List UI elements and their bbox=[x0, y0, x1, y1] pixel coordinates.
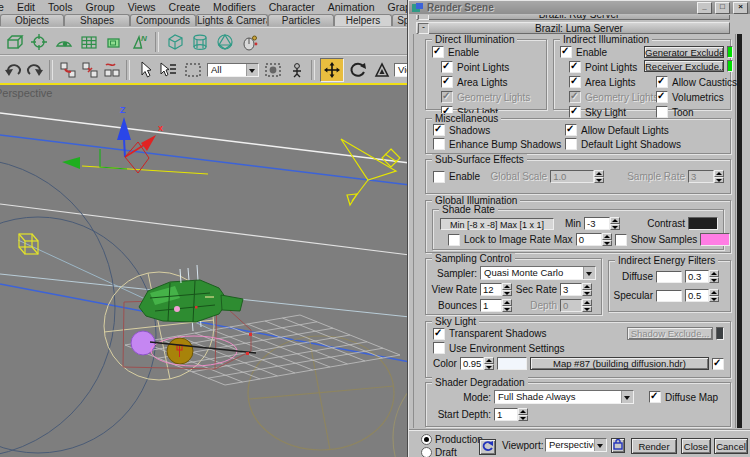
collapse-icon[interactable]: - bbox=[418, 15, 429, 20]
min-spinner[interactable]: -3 bbox=[584, 217, 620, 230]
checkbox-show-samples[interactable]: Show Samples bbox=[615, 234, 698, 246]
close-button[interactable]: Close bbox=[681, 438, 711, 454]
menu-item-edit[interactable]: Edit bbox=[17, 1, 35, 13]
viewport-dropdown[interactable]: Perspective bbox=[545, 438, 607, 452]
checkbox-allow-default-lights[interactable]: Allow Default Lights bbox=[565, 124, 730, 136]
receiver-exclude-button[interactable]: Receiver Exclude... bbox=[644, 60, 724, 72]
ochre-sphere[interactable] bbox=[167, 338, 193, 364]
chevron-down-icon[interactable] bbox=[594, 439, 606, 451]
spin-down-icon[interactable] bbox=[518, 415, 528, 422]
checkbox-allow-caustics[interactable]: Allow Caustics bbox=[656, 76, 737, 88]
geosphere-primitive-icon[interactable] bbox=[214, 31, 236, 53]
viewport-label[interactable]: Perspective bbox=[0, 87, 52, 99]
dialog-title-bar[interactable]: Render Scene _ □ × bbox=[409, 1, 750, 14]
spin-down-icon[interactable] bbox=[502, 306, 512, 313]
spin-down-icon[interactable] bbox=[709, 296, 719, 303]
checkbox-use-environment-settings[interactable]: Use Environment Settings bbox=[433, 342, 565, 354]
close-icon[interactable]: × bbox=[733, 2, 748, 14]
tab-particles[interactable]: Particles bbox=[268, 14, 334, 26]
tab-objects[interactable]: Objects bbox=[0, 14, 64, 26]
radio-production[interactable]: Production bbox=[421, 434, 483, 445]
cylinder-primitive-icon[interactable] bbox=[189, 31, 211, 53]
selection-filter-dropdown[interactable]: All bbox=[207, 63, 259, 77]
diffuse-filter-swatch[interactable] bbox=[656, 271, 682, 283]
collapse-icon[interactable]: - bbox=[418, 23, 429, 34]
sampler-dropdown[interactable]: Quasi Monte Carlo bbox=[480, 266, 596, 280]
checkbox-direct-enable[interactable]: Enable bbox=[432, 46, 479, 58]
checkbox-direct-area-lights[interactable]: Area Lights bbox=[441, 76, 508, 88]
checkbox-lock-to-image-rate[interactable]: Lock to Image Rate bbox=[440, 234, 551, 246]
checkbox-diffuse-map[interactable]: Diffuse Map bbox=[649, 391, 718, 403]
sec-rate-spinner[interactable]: 3 bbox=[560, 283, 592, 296]
tape-measure-icon[interactable]: N bbox=[128, 31, 150, 53]
specular-spinner[interactable]: 0.5 bbox=[685, 289, 719, 302]
receiver-exclude-swatch[interactable] bbox=[727, 60, 733, 72]
specular-filter-swatch[interactable] bbox=[656, 290, 682, 302]
menu-item-file[interactable]: File bbox=[0, 1, 4, 13]
contrast-swatch[interactable] bbox=[688, 217, 718, 230]
undo-icon[interactable] bbox=[3, 59, 22, 81]
select-by-name-icon[interactable] bbox=[157, 59, 179, 81]
checkbox-indirect-point-lights[interactable]: Point Lights bbox=[569, 61, 637, 73]
render-button[interactable]: Render bbox=[631, 438, 677, 454]
max-spinner[interactable]: 0 bbox=[576, 233, 612, 246]
chevron-down-icon[interactable] bbox=[621, 391, 633, 403]
point-helper-icon[interactable] bbox=[28, 31, 50, 53]
select-and-rotate-button[interactable] bbox=[347, 59, 369, 81]
spin-down-icon[interactable] bbox=[602, 240, 612, 247]
chevron-down-icon[interactable] bbox=[246, 64, 258, 76]
rollout-header-luma-server[interactable]: - Brazil: Luma Server bbox=[416, 22, 730, 34]
window-crossing-icon[interactable] bbox=[262, 59, 284, 81]
tab-helpers[interactable]: Helpers bbox=[334, 14, 392, 26]
checkbox-shadows[interactable]: Shadows bbox=[433, 124, 565, 136]
menu-item-modifiers[interactable]: Modifiers bbox=[213, 1, 256, 13]
diffuse-spinner[interactable]: 0.3 bbox=[685, 270, 719, 283]
view-rate-spinner[interactable]: 12 bbox=[480, 283, 512, 296]
preset-refresh-button[interactable] bbox=[479, 439, 496, 455]
checkbox-enhance-bump-shadows[interactable]: Enhance Bump Shadows bbox=[433, 138, 565, 150]
viewport-canvas[interactable]: Z x bbox=[0, 83, 410, 457]
rollout-scrollbar[interactable] bbox=[737, 34, 742, 428]
checkbox-toon[interactable]: Toon bbox=[656, 106, 694, 118]
chevron-down-icon[interactable] bbox=[583, 267, 595, 279]
generator-exclude-swatch[interactable] bbox=[727, 46, 733, 58]
checkbox-indirect-enable[interactable]: Enable bbox=[560, 46, 607, 58]
select-and-scale-button[interactable] bbox=[372, 59, 391, 81]
spin-down-icon[interactable] bbox=[484, 364, 494, 371]
menu-item-group[interactable]: Group bbox=[86, 1, 115, 13]
checkbox-direct-point-lights[interactable]: Point Lights bbox=[441, 61, 509, 73]
menu-item-tools[interactable]: Tools bbox=[48, 1, 73, 13]
checkbox-subsurface-enable[interactable]: Enable bbox=[433, 171, 487, 183]
tab-shapes[interactable]: Shapes bbox=[64, 14, 130, 26]
grid-helper-icon[interactable] bbox=[78, 31, 100, 53]
checkbox-sky-map-enabled[interactable] bbox=[712, 358, 724, 370]
checkbox-indirect-area-lights[interactable]: Area Lights bbox=[569, 76, 636, 88]
menu-item-views[interactable]: Views bbox=[128, 1, 156, 13]
checkbox-indirect-sky-light[interactable]: Sky Light bbox=[569, 106, 626, 118]
viewport-lock-button[interactable] bbox=[611, 438, 625, 453]
tab-compounds[interactable]: Compounds bbox=[130, 14, 196, 26]
degradation-mode-dropdown[interactable]: Full Shade Always bbox=[494, 390, 634, 404]
sky-map-button[interactable]: Map #87 (building diffusion.hdr) bbox=[530, 357, 709, 370]
maximize-icon[interactable]: □ bbox=[715, 2, 730, 14]
select-and-move-button[interactable] bbox=[320, 58, 344, 82]
manipulate-icon[interactable] bbox=[287, 59, 306, 81]
dummy-helper-icon[interactable] bbox=[3, 31, 25, 53]
cube-primitive-icon[interactable] bbox=[164, 31, 186, 53]
camera-helper-icon[interactable] bbox=[103, 31, 125, 53]
show-samples-swatch[interactable] bbox=[700, 233, 730, 246]
perspective-viewport[interactable]: Perspective bbox=[0, 83, 410, 457]
checkbox-transparent-shadows[interactable]: Transparent Shadows bbox=[433, 328, 546, 340]
sky-color-swatch[interactable] bbox=[497, 357, 527, 370]
unlink-icon[interactable] bbox=[80, 59, 99, 81]
spin-down-icon[interactable] bbox=[582, 290, 592, 297]
rollout-header-ray-server[interactable]: - Brazil: Ray Server bbox=[416, 15, 730, 20]
cancel-button[interactable]: Cancel bbox=[714, 438, 748, 454]
start-depth-spinner[interactable]: 1 bbox=[494, 408, 528, 421]
rectangular-selection-icon[interactable] bbox=[182, 59, 204, 81]
checkbox-volumetrics[interactable]: Volumetrics bbox=[656, 91, 724, 103]
redo-icon[interactable] bbox=[25, 59, 44, 81]
spin-down-icon[interactable] bbox=[502, 290, 512, 297]
menu-item-animation[interactable]: Animation bbox=[328, 1, 375, 13]
sky-color-spinner[interactable]: 0.95 bbox=[460, 357, 494, 370]
